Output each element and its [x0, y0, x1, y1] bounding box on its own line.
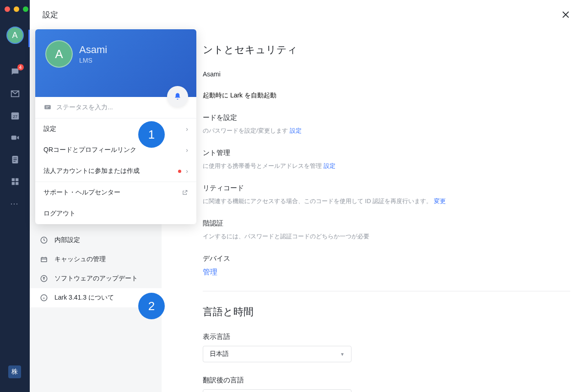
external-link-icon [182, 189, 188, 196]
twofa-desc: インするには、パスワードと認証コードのどちらか一つが必要 [203, 232, 570, 241]
user-name-value: Asami [203, 70, 570, 78]
twofa-title: 階認証 [203, 219, 570, 228]
close-window-button[interactable] [5, 6, 10, 12]
notification-dot [178, 170, 181, 173]
device-manage-link[interactable]: 管理 [203, 268, 570, 277]
popover-item-label: 設定 [43, 125, 56, 133]
display-lang-select[interactable]: 日本語 ▼ [203, 346, 351, 362]
chevron-right-icon: › [186, 125, 188, 133]
password-desc: のパスワードを設定/変更します設定 [203, 127, 570, 135]
select-value: 日本語 [210, 350, 229, 358]
workspace-icon[interactable] [10, 177, 20, 187]
settings-content: ントとセキュリティ Asami 起動時に Lark を自動起動 ードを設定 のパ… [162, 29, 584, 392]
security-code-link[interactable]: 変更 [434, 198, 446, 204]
autostart-row[interactable]: 起動時に Lark を自動起動 [203, 91, 570, 100]
display-lang-label: 表示言語 [203, 333, 570, 341]
svg-text:27: 27 [12, 114, 17, 119]
popover-item-settings[interactable]: 設定 › [35, 118, 196, 140]
more-icon[interactable]: ⋯ [10, 199, 20, 209]
svg-rect-9 [41, 258, 47, 262]
docs-icon[interactable] [10, 155, 20, 165]
settings-title: 設定 [43, 10, 58, 20]
app-sidebar: A 4 27 ⋯ 株 [0, 0, 30, 392]
svg-rect-7 [15, 182, 18, 185]
account-mgmt-title: ント管理 [203, 149, 570, 157]
popover-item-corporate[interactable]: 法人アカウントに参加または作成 › [35, 161, 196, 182]
settings-nav-label: キャッシュの管理 [54, 255, 106, 263]
section-security-title: ントとセキュリティ [203, 43, 570, 57]
chevron-right-icon: › [186, 167, 188, 175]
popover-item-qr[interactable]: QRコードとプロフィールリンク › [35, 140, 196, 161]
minimize-window-button[interactable] [14, 6, 19, 12]
notification-bell-button[interactable] [167, 86, 188, 107]
popover-item-label: ログアウト [43, 209, 76, 218]
settings-nav-label: 内部設定 [54, 236, 80, 244]
settings-header: 設定 [30, 0, 584, 29]
svg-rect-12 [44, 105, 51, 109]
unread-badge: 4 [17, 64, 24, 70]
section-lang-title: 言語と時間 [203, 305, 570, 319]
popover-header: A Asami LMS [35, 29, 196, 97]
translate-lang-select[interactable]: 日本語 ▼ [203, 389, 351, 392]
chevron-right-icon: › [186, 146, 188, 154]
popover-user-name: Asami [79, 44, 107, 56]
autostart-label: 起動時に Lark を自動起動 [203, 91, 276, 100]
svg-rect-2 [11, 135, 16, 140]
password-set-link[interactable]: 設定 [290, 127, 302, 134]
messenger-icon[interactable]: 4 [10, 67, 20, 77]
translate-lang-label: 翻訳後の言語 [203, 376, 570, 385]
section-divider [203, 291, 570, 291]
profile-popover: A Asami LMS ステータスを入力... 設定 › QRコードとプロフィー… [35, 29, 196, 224]
calendar-icon[interactable]: 27 [10, 111, 20, 121]
update-icon [40, 274, 48, 283]
settings-nav-update[interactable]: ソフトウェアのアップデート [30, 269, 162, 288]
info-icon [40, 294, 48, 302]
svg-rect-4 [11, 178, 14, 181]
close-button[interactable] [560, 9, 571, 20]
device-title: デバイス [203, 254, 570, 263]
annotation-2: 2 [138, 293, 165, 319]
popover-item-label: 法人アカウントに参加または作成 [43, 167, 140, 175]
settings-nav-internal[interactable]: 内部設定 [30, 231, 162, 250]
popover-avatar[interactable]: A [45, 40, 73, 68]
popover-item-label: サポート・ヘルプセンター [43, 188, 120, 197]
user-avatar[interactable]: A [6, 27, 24, 44]
settings-nav-cache[interactable]: キャッシュの管理 [30, 250, 162, 269]
settings-nav-label: Lark 3.41.3 について [54, 294, 114, 302]
mail-icon[interactable] [10, 89, 20, 99]
security-code-desc: に関連する機能にアクセスする場合、このコードを使用して ID 認証を再度行います… [203, 197, 570, 205]
popover-item-logout[interactable]: ログアウト [35, 203, 196, 224]
status-icon [43, 103, 52, 112]
settings-nav-label: ソフトウェアのアップデート [54, 274, 138, 283]
popover-org-name: LMS [79, 57, 107, 64]
window-controls [5, 6, 28, 12]
org-badge[interactable]: 株 [8, 365, 21, 378]
security-code-title: リティコード [203, 184, 570, 193]
maximize-window-button[interactable] [23, 6, 28, 12]
account-mgmt-desc: に使用する携帯番号とメールアドレスを管理設定 [203, 162, 570, 170]
popover-item-support[interactable]: サポート・ヘルプセンター [35, 182, 196, 203]
chevron-down-icon: ▼ [340, 352, 345, 357]
account-mgmt-link[interactable]: 設定 [324, 162, 335, 169]
password-title: ードを設定 [203, 113, 570, 122]
svg-rect-6 [11, 182, 14, 185]
annotation-1: 1 [138, 121, 165, 148]
svg-rect-5 [15, 178, 18, 181]
internal-icon [40, 236, 48, 244]
popover-item-label: QRコードとプロフィールリンク [43, 146, 136, 154]
cache-icon [40, 255, 48, 263]
video-icon[interactable] [10, 133, 20, 143]
status-placeholder: ステータスを入力... [56, 103, 113, 112]
